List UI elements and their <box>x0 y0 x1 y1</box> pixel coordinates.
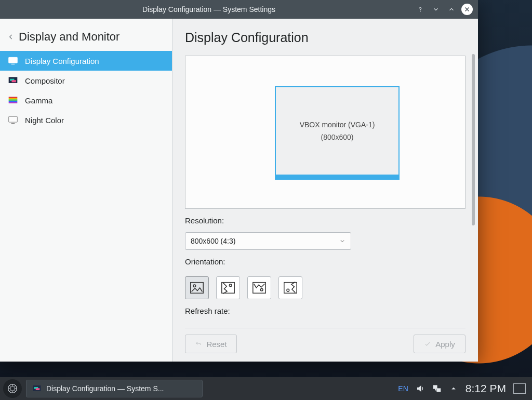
svg-rect-15 <box>222 283 234 294</box>
sidebar-header-text: Display and Monitor <box>19 30 119 44</box>
svg-point-0 <box>420 11 421 11</box>
keyboard-layout-indicator[interactable]: EN <box>398 384 408 393</box>
sidebar-item-label: Gamma <box>25 96 52 105</box>
orientation-90[interactable] <box>216 276 240 299</box>
chevron-left-icon <box>7 33 15 41</box>
chevron-down-icon <box>339 238 345 244</box>
svg-rect-10 <box>9 102 18 103</box>
minimize-icon[interactable] <box>430 4 442 15</box>
orientation-180[interactable] <box>247 276 271 299</box>
refresh-rate-label: Refresh rate: <box>185 306 466 315</box>
window-title: Display Configuration — System Settings <box>3 5 415 14</box>
svg-rect-12 <box>11 123 15 124</box>
system-settings-window: Display Configuration — System Settings … <box>0 0 478 362</box>
night-color-icon <box>7 114 19 126</box>
sidebar-item-label: Night Color <box>25 116 64 125</box>
network-icon[interactable] <box>432 384 442 393</box>
sidebar-item-compositor[interactable]: Compositor <box>0 71 172 90</box>
reset-button-label: Reset <box>206 340 227 349</box>
show-desktop[interactable] <box>513 383 526 394</box>
kde-logo-icon <box>7 383 18 394</box>
taskbar-panel[interactable]: Display Configuration — System S... EN 8… <box>0 377 532 400</box>
sidebar-item-label: Display Configuration <box>25 57 99 65</box>
monitor-resolution: (800x600) <box>321 133 353 141</box>
orientation-270[interactable] <box>278 276 302 299</box>
taskbar-task-system-settings[interactable]: Display Configuration — System S... <box>26 380 203 397</box>
svg-rect-11 <box>9 116 18 122</box>
svg-rect-1 <box>9 57 18 63</box>
apply-button[interactable]: Apply <box>414 335 466 353</box>
svg-rect-19 <box>284 283 297 294</box>
sidebar-item-gamma[interactable]: Gamma <box>0 90 172 110</box>
svg-point-16 <box>229 284 232 287</box>
monitor-tile[interactable]: VBOX monitor (VGA-1) (800x600) <box>275 86 400 180</box>
svg-point-22 <box>10 386 15 391</box>
svg-rect-6 <box>9 97 18 98</box>
help-icon[interactable] <box>415 4 426 15</box>
svg-point-14 <box>193 285 196 287</box>
system-settings-icon <box>32 383 42 394</box>
volume-icon[interactable] <box>416 384 425 393</box>
check-icon <box>424 340 431 348</box>
monitor-layout-preview[interactable]: VBOX monitor (VGA-1) (800x600) <box>185 56 466 209</box>
svg-rect-7 <box>9 98 18 100</box>
undo-icon <box>195 340 202 348</box>
page-title: Display Configuration <box>185 30 466 45</box>
sidebar: Display and Monitor Display Configuratio… <box>0 19 172 362</box>
gamma-icon <box>7 95 19 106</box>
svg-rect-17 <box>253 283 265 294</box>
taskbar-task-label: Display Configuration — System S... <box>46 384 164 393</box>
window-titlebar[interactable]: Display Configuration — System Settings <box>0 0 478 19</box>
monitor-name: VBOX monitor (VGA-1) <box>300 121 375 129</box>
sidebar-item-label: Compositor <box>25 76 65 85</box>
main-content: Display Configuration VBOX monitor (VGA-… <box>172 19 478 362</box>
sidebar-back-header[interactable]: Display and Monitor <box>0 22 172 51</box>
resolution-select[interactable]: 800x600 (4:3) <box>185 232 351 250</box>
compositor-icon <box>7 75 19 86</box>
resolution-value: 800x600 (4:3) <box>191 237 235 245</box>
svg-rect-13 <box>191 283 203 294</box>
svg-rect-9 <box>9 101 18 102</box>
orientation-label: Orientation: <box>185 257 466 266</box>
svg-rect-27 <box>437 389 441 392</box>
close-icon[interactable] <box>461 4 473 15</box>
sidebar-item-night-color[interactable]: Night Color <box>0 110 172 130</box>
application-launcher[interactable] <box>3 379 22 398</box>
svg-rect-26 <box>433 385 437 389</box>
resolution-label: Resolution: <box>185 216 466 225</box>
show-desktop-icon <box>513 383 526 394</box>
orientation-normal[interactable] <box>185 276 209 299</box>
svg-rect-8 <box>9 99 18 101</box>
svg-point-20 <box>287 289 289 291</box>
svg-rect-25 <box>36 388 40 390</box>
monitor-icon <box>7 55 19 66</box>
reset-button[interactable]: Reset <box>185 335 237 353</box>
sidebar-item-display-configuration[interactable]: Display Configuration <box>0 51 172 71</box>
tray-expand-arrow[interactable] <box>449 384 458 393</box>
maximize-icon[interactable] <box>446 4 457 15</box>
apply-button-label: Apply <box>435 340 455 349</box>
panel-clock[interactable]: 8:12 PM <box>466 382 506 395</box>
svg-rect-2 <box>11 64 15 64</box>
svg-rect-5 <box>12 80 16 82</box>
svg-point-18 <box>260 288 263 291</box>
system-tray: EN 8:12 PM <box>398 382 529 395</box>
content-scrollbar[interactable] <box>472 54 475 225</box>
